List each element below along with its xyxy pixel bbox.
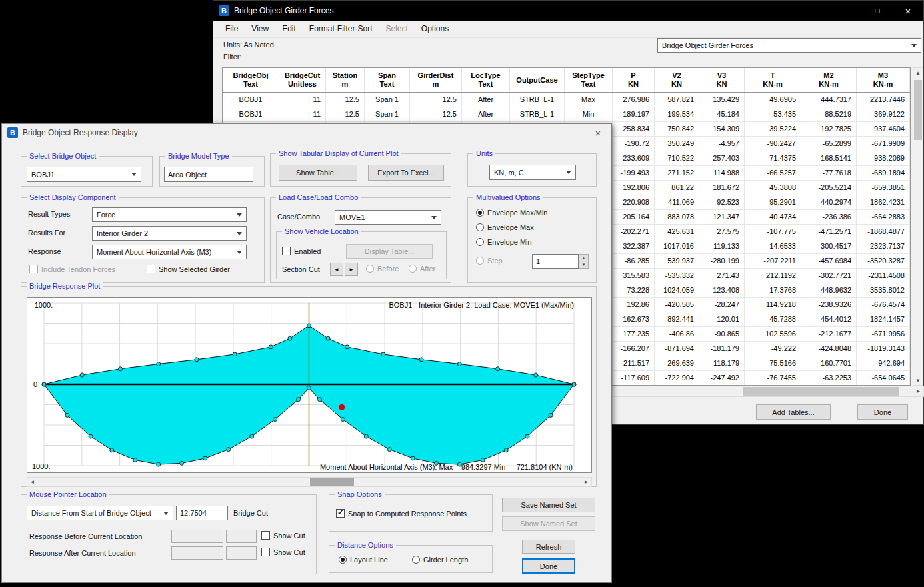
envelope-min-radio[interactable]: Envelope Min [476,238,532,246]
result-types-combo[interactable]: Force [92,207,247,222]
forces-done-button[interactable]: Done [857,404,908,420]
step-spinner[interactable]: ▲▼ [579,254,589,269]
snap-checkbox[interactable]: Snap to Computed Response Points [336,509,467,518]
spin-up-icon[interactable]: ▲ [579,255,588,261]
response-plot-svg[interactable]: -1000.01000.BOBJ1 - Interior Girder 2, L… [27,298,591,472]
radio-dot[interactable] [476,238,484,246]
table-row[interactable]: BOBJ11112.5Span 112.5AfterSTRB_L-1Max276… [223,93,910,107]
column-header-m2[interactable]: M2KN-m [801,68,857,92]
menu-format-filter-sort[interactable]: Format-Filter-Sort [303,21,379,37]
column-header-outputcase[interactable]: OutputCase [510,68,565,92]
vehicle-enabled-checkbox[interactable]: Enabled [282,247,321,255]
table-cell: 123.408 [699,283,745,297]
step-value-field[interactable]: 1 [532,254,579,269]
checkbox-box[interactable] [147,265,155,273]
show-cut-after-checkbox[interactable]: Show Cut [261,548,305,556]
column-header-loctype[interactable]: LocTypeText [462,68,510,92]
show-selected-girder-checkbox[interactable]: Show Selected Girder [147,265,230,273]
case-combo[interactable]: MOVE1 [335,210,441,225]
table-cell: 350.249 [655,137,699,151]
table-cell: -118.179 [699,356,745,370]
scroll-right-icon[interactable]: ► [913,386,923,396]
section-cut-next-button[interactable]: ► [345,263,358,276]
export-to-excel-button[interactable]: Export To Excel... [368,165,444,181]
column-header-m3[interactable]: M3KN-m [857,68,910,92]
units-group: Units KN, m, C [467,153,597,187]
minimize-icon[interactable]: — [831,1,862,21]
envelope-maxmin-radio[interactable]: Envelope Max/Min [476,209,548,217]
table-row[interactable]: BOBJ11112.5Span 112.5AfterSTRB_L-1Min-18… [223,107,910,122]
radio-dot[interactable] [476,223,484,231]
maximize-icon[interactable]: □ [862,1,893,21]
results-for-combo[interactable]: Interior Girder 2 [92,226,247,241]
plot-scrollbar-thumb[interactable] [310,478,354,486]
column-header-t[interactable]: TKN-m [745,68,801,92]
section-cut-label: Section Cut [282,265,320,273]
column-header-bridgeobj[interactable]: BridgeObjText [223,68,279,92]
column-header-span[interactable]: SpanText [365,68,410,92]
column-header-station[interactable]: Stationm [326,68,365,92]
table-cell: 71.4375 [745,151,801,165]
refresh-button[interactable]: Refresh [522,540,575,554]
checkbox-box[interactable] [261,548,270,556]
menu-file[interactable]: File [219,21,245,37]
column-header-bridgecut[interactable]: BridgeCutUnitless [279,68,326,92]
column-header-v2[interactable]: V2KN [655,68,699,92]
scroll-up-icon[interactable]: ▲ [913,68,923,77]
table-cell: -671.9956 [857,327,910,341]
table-cell: Max [565,93,613,107]
table-vscrollbar[interactable]: ▲ ▼ [913,67,923,386]
scroll-right-icon[interactable]: ► [581,478,591,486]
response-titlebar[interactable]: B Bridge Object Response Display × [2,124,611,141]
close-icon[interactable]: × [585,124,611,141]
scroll-left-icon[interactable]: ◄ [27,478,37,486]
table-cell: 192.86 [613,298,655,312]
plot-scrollbar[interactable]: ◄ ► [27,477,592,487]
table-cell: -3535.8012 [857,283,910,297]
menu-edit[interactable]: Edit [275,21,303,37]
forces-titlebar[interactable]: B Bridge Object Girder Forces — □ × [213,1,923,21]
section-cut-prev-button[interactable]: ◄ [330,263,343,276]
show-cut-before-checkbox[interactable]: Show Cut [261,531,305,540]
layout-line-radio[interactable]: Layout Line [339,556,388,564]
distance-mode-combo[interactable]: Distance From Start of Bridge Object [27,506,173,520]
column-header-v3[interactable]: V3KN [699,68,745,92]
checkbox-box[interactable] [336,509,345,518]
show-named-set-button: Show Named Set [502,516,595,531]
tabular-display-group: Show Tabular Display of Current Plot Sho… [270,153,451,187]
menu-options[interactable]: Options [415,21,455,37]
table-cell: -95.2901 [745,195,801,209]
menu-select[interactable]: Select [379,21,415,37]
radio-dot[interactable] [339,556,347,564]
checkbox-box[interactable] [282,247,291,255]
checkbox-box[interactable] [261,531,270,540]
girder-length-radio[interactable]: Girder Length [412,556,468,564]
spin-down-icon[interactable]: ▼ [579,261,588,268]
column-header-p[interactable]: PKN [613,68,655,92]
save-named-set-button[interactable]: Save Named Set [502,498,595,512]
radio-dot[interactable] [476,209,484,217]
column-header-girderdist[interactable]: GirderDistm [410,68,462,92]
radio-dot[interactable] [412,556,420,564]
bridge-object-combo[interactable]: BOBJ1 [27,167,141,182]
table-cell: 750.842 [655,122,699,136]
table-cell: 587.821 [655,93,699,107]
vscrollbar-thumb[interactable] [914,80,922,140]
table-cell: -440.2974 [801,195,857,209]
show-table-button[interactable]: Show Table... [279,165,357,181]
close-icon[interactable]: × [893,1,923,21]
hscrollbar-thumb[interactable] [743,387,899,396]
table-selector-combo[interactable]: Bridge Object Girder Forces [657,38,921,53]
column-header-steptype[interactable]: StepTypeText [565,68,613,92]
envelope-max-radio[interactable]: Envelope Max [476,223,534,231]
response-plot[interactable]: -1000.01000.BOBJ1 - Interior Girder 2, L… [27,297,592,473]
response-combo[interactable]: Moment About Horizontal Axis (M3) [92,245,247,259]
add-tables-button[interactable]: Add Tables... [756,404,831,420]
table-cell: 12.5 [410,107,462,121]
table-cell: 45.184 [699,107,745,121]
response-done-button[interactable]: Done [522,558,575,574]
units-combo[interactable]: KN, m, C [489,165,576,180]
menu-view[interactable]: View [245,21,275,37]
distance-value-field[interactable] [176,506,228,520]
scroll-down-icon[interactable]: ▼ [913,376,923,385]
